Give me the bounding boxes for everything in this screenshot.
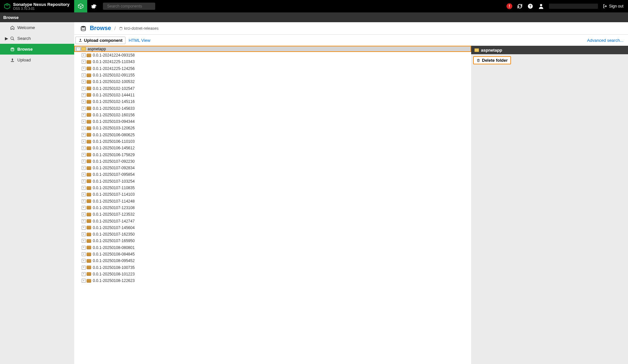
upload-icon [10,58,15,62]
tree-item[interactable]: +0.0.1-20250106-175829 [74,151,471,158]
expand-icon[interactable]: + [82,140,86,143]
expand-icon[interactable]: + [82,67,86,71]
tree-item[interactable]: +0.0.1-20250108-101223 [74,271,471,277]
expand-icon[interactable]: + [82,80,86,84]
upload-component-button[interactable]: Upload component [75,37,125,44]
tree-item[interactable]: +0.0.1-20250102-102547 [74,85,471,91]
expand-icon[interactable]: + [82,107,86,110]
expand-icon[interactable]: + [82,120,86,124]
tree-item[interactable]: +0.0.1-20250106-080625 [74,132,471,138]
tree-item[interactable]: +0.0.1-20250102-144411 [74,92,471,98]
signout-button[interactable]: Sign out [603,4,623,9]
tree-item[interactable]: +0.0.1-20250107-092230 [74,158,471,165]
nav-browse-cube[interactable] [74,0,87,12]
folder-icon [474,48,479,52]
expand-icon[interactable]: + [82,100,86,104]
expand-icon[interactable]: + [82,252,86,256]
sidebar-label-search: Search [17,36,31,41]
breadcrumb-title[interactable]: Browse [90,25,111,32]
sidebar-item-browse[interactable]: Browse [0,44,74,55]
tree-item[interactable]: +0.0.1-20241225-110343 [74,58,471,65]
tree-item[interactable]: +0.0.1-20250108-084845 [74,251,471,257]
tree-item[interactable]: +0.0.1-20250107-114103 [74,191,471,198]
expand-icon[interactable]: + [82,259,86,263]
tree-root-folder[interactable]: − aspnetapp [74,46,471,52]
expand-icon[interactable]: + [82,87,86,91]
tree-item[interactable]: +0.0.1-20250106-110103 [74,138,471,145]
expand-icon[interactable]: + [82,133,86,137]
expand-icon[interactable]: + [82,239,86,243]
expand-icon[interactable]: + [82,266,86,270]
component-icon [87,259,91,263]
expand-icon[interactable]: + [82,166,86,170]
expand-icon[interactable]: + [82,246,86,250]
expand-icon[interactable]: + [82,279,86,283]
alert-icon[interactable]: ! [506,3,512,9]
collapse-icon[interactable]: − [76,47,80,51]
expand-icon[interactable]: + [82,199,86,203]
tree-item[interactable]: +0.0.1-20250108-080801 [74,244,471,251]
search-input[interactable] [107,4,156,8]
expand-icon[interactable]: + [82,179,86,183]
tree-item[interactable]: +0.0.1-20250107-103254 [74,178,471,185]
expand-icon[interactable]: + [82,192,86,196]
tree-item[interactable]: +0.0.1-20250103-120626 [74,125,471,131]
search-box[interactable] [103,3,155,10]
tree-item-label: 0.0.1-20250102-144411 [93,93,135,97]
expand-icon[interactable]: + [82,226,86,230]
tree-item-label: 0.0.1-20250102-091155 [93,73,135,77]
tree-item[interactable]: +0.0.1-20250108-095452 [74,257,471,264]
expand-icon[interactable]: + [82,272,86,276]
expand-icon[interactable]: + [82,113,86,117]
html-view-link[interactable]: HTML View [129,38,150,43]
tree-root-label: aspnetapp [88,47,106,51]
advanced-search-link[interactable]: Advanced search... [587,38,627,43]
refresh-icon[interactable] [517,3,523,9]
home-icon [10,25,15,30]
expand-icon[interactable]: + [82,153,86,157]
help-icon[interactable]: ? [527,3,533,9]
tree-item[interactable]: +0.0.1-20250103-094344 [74,118,471,125]
tree-item[interactable]: +0.0.1-20250102-145116 [74,98,471,105]
tree-item[interactable]: +0.0.1-20250108-100735 [74,264,471,271]
expand-icon[interactable]: + [82,73,86,77]
expand-icon[interactable]: + [82,232,86,236]
expand-icon[interactable]: + [82,93,86,97]
tree-item[interactable]: +0.0.1-20250107-110835 [74,185,471,191]
tree-item[interactable]: +0.0.1-20250107-165950 [74,238,471,244]
expand-icon[interactable]: + [82,53,86,57]
expand-icon[interactable]: + [82,159,86,163]
tree-item[interactable]: +0.0.1-20250108-122623 [74,277,471,284]
expand-icon[interactable]: + [82,60,86,64]
expand-icon[interactable]: + [82,206,86,210]
tree-item[interactable]: +0.0.1-20250107-162350 [74,231,471,238]
tree-item[interactable]: +0.0.1-20250107-114248 [74,198,471,205]
expand-icon[interactable]: ▶ [5,36,8,41]
expand-icon[interactable]: + [82,186,86,190]
delete-folder-button[interactable]: Delete folder [473,56,511,64]
expand-icon[interactable]: + [82,173,86,176]
sidebar-item-upload[interactable]: Upload [0,55,74,65]
tree-item[interactable]: +0.0.1-20250107-092834 [74,165,471,171]
tree-item[interactable]: +0.0.1-20250102-145633 [74,105,471,111]
tree-item[interactable]: +0.0.1-20250106-145612 [74,145,471,151]
tree-item-label: 0.0.1-20250106-080625 [93,133,135,137]
sidebar-item-welcome[interactable]: Welcome [0,22,74,33]
sidebar-item-search[interactable]: ▶ Search [0,33,74,44]
expand-icon[interactable]: + [82,126,86,130]
tree-item[interactable]: +0.0.1-20250102-160156 [74,112,471,118]
tree-item[interactable]: +0.0.1-20250107-123532 [74,211,471,218]
tree-item[interactable]: +0.0.1-20250102-091155 [74,72,471,78]
expand-icon[interactable]: + [82,219,86,223]
tree-item[interactable]: +0.0.1-20250107-123108 [74,205,471,211]
nav-admin-gear[interactable] [87,0,100,12]
tree-item[interactable]: +0.0.1-20241225-124256 [74,65,471,72]
user-icon[interactable] [538,3,544,9]
tree-item[interactable]: +0.0.1-20250107-145604 [74,224,471,231]
expand-icon[interactable]: + [82,212,86,216]
tree-item[interactable]: +0.0.1-20250107-095854 [74,171,471,178]
tree-item[interactable]: +0.0.1-20250107-142747 [74,218,471,224]
tree-item[interactable]: +0.0.1-20241224-093158 [74,52,471,58]
expand-icon[interactable]: + [82,146,86,150]
tree-item[interactable]: +0.0.1-20250102-100532 [74,78,471,85]
